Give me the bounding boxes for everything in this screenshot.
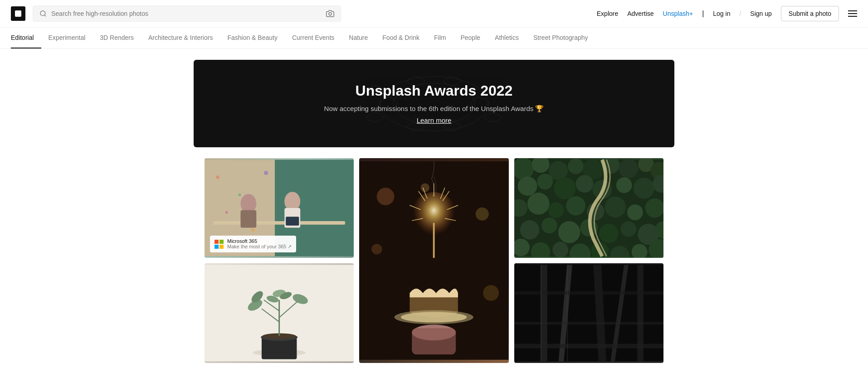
svg-rect-42 bbox=[412, 328, 456, 354]
advertise-link[interactable]: Advertise bbox=[627, 10, 653, 17]
svg-point-7 bbox=[216, 175, 219, 179]
svg-point-69 bbox=[520, 220, 539, 240]
svg-rect-36 bbox=[433, 223, 435, 258]
svg-point-56 bbox=[575, 175, 593, 193]
search-icon bbox=[39, 10, 47, 17]
search-input[interactable] bbox=[51, 10, 322, 17]
svg-rect-109 bbox=[541, 265, 541, 361]
svg-rect-107 bbox=[514, 322, 663, 324]
banner-title: Unsplash Awards 2022 bbox=[212, 82, 656, 99]
svg-point-21 bbox=[377, 188, 395, 205]
svg-point-54 bbox=[537, 174, 553, 189]
submit-photo-button[interactable]: Submit a photo bbox=[781, 6, 839, 21]
photo-grid: Microsoft 365 Make the most of your 365 … bbox=[194, 158, 674, 363]
search-bar bbox=[33, 5, 341, 22]
svg-point-62 bbox=[527, 193, 549, 214]
photo-item[interactable] bbox=[514, 158, 663, 258]
svg-point-24 bbox=[483, 285, 499, 301]
login-link[interactable]: Log in bbox=[713, 10, 730, 17]
unsplash-logo[interactable] bbox=[11, 6, 25, 21]
cat-nav-item-film[interactable]: Film bbox=[427, 28, 453, 48]
svg-point-0 bbox=[40, 11, 45, 16]
svg-point-59 bbox=[633, 178, 654, 198]
svg-point-9 bbox=[264, 171, 268, 175]
camera-icon[interactable] bbox=[326, 10, 334, 18]
cat-nav-item-food-drink[interactable]: Food & Drink bbox=[375, 28, 427, 48]
cat-nav-item-3d-renders[interactable]: 3D Renders bbox=[93, 28, 141, 48]
svg-point-58 bbox=[616, 177, 632, 193]
microsoft-logo bbox=[215, 240, 224, 249]
cat-nav-item-street-photography[interactable]: Street Photography bbox=[526, 28, 595, 48]
ms-tagline: Make the most of your 365 ↗ bbox=[227, 244, 292, 250]
photo-illustration bbox=[514, 263, 663, 363]
banner-subtitle: Now accepting submissions to the 6th edi… bbox=[212, 105, 656, 113]
ms-name: Microsoft 365 bbox=[227, 238, 292, 244]
cat-nav-item-architecture[interactable]: Architecture & Interiors bbox=[141, 28, 220, 48]
svg-rect-19 bbox=[286, 217, 299, 225]
cat-nav-item-current-events[interactable]: Current Events bbox=[285, 28, 341, 48]
photo-illustration bbox=[514, 158, 663, 258]
svg-point-68 bbox=[645, 198, 663, 218]
svg-point-53 bbox=[517, 176, 537, 196]
svg-point-22 bbox=[476, 208, 489, 221]
svg-point-67 bbox=[627, 204, 643, 220]
microsoft-sponsor-badge[interactable]: Microsoft 365 Make the most of your 365 … bbox=[210, 236, 296, 252]
svg-rect-106 bbox=[514, 291, 663, 295]
photo-item[interactable]: Microsoft 365 Make the most of your 365 … bbox=[205, 158, 354, 258]
svg-point-8 bbox=[239, 193, 241, 196]
svg-point-10 bbox=[225, 211, 228, 214]
hamburger-menu[interactable] bbox=[848, 10, 857, 17]
svg-rect-12 bbox=[213, 221, 345, 225]
svg-point-71 bbox=[558, 221, 580, 243]
svg-rect-16 bbox=[240, 210, 256, 228]
header: Explore Advertise Unsplash+ | Log in / S… bbox=[0, 0, 868, 28]
banner-background bbox=[194, 60, 674, 147]
cat-nav-item-fashion[interactable]: Fashion & Beauty bbox=[220, 28, 285, 48]
svg-line-1 bbox=[44, 15, 46, 16]
learn-more-link[interactable]: Learn more bbox=[417, 116, 452, 124]
explore-link[interactable]: Explore bbox=[597, 10, 618, 17]
svg-point-70 bbox=[541, 218, 557, 233]
svg-point-2 bbox=[329, 13, 332, 15]
nav-separator: / bbox=[739, 10, 741, 17]
nav-divider: | bbox=[702, 10, 704, 18]
awards-banner: Unsplash Awards 2022 Now accepting submi… bbox=[194, 60, 674, 147]
cat-nav-item-people[interactable]: People bbox=[453, 28, 488, 48]
category-nav: EditorialExperimental3D RendersArchitect… bbox=[0, 28, 868, 49]
svg-point-47 bbox=[568, 159, 584, 174]
cat-nav-item-editorial[interactable]: Editorial bbox=[11, 28, 41, 48]
svg-point-79 bbox=[552, 242, 568, 258]
photo-illustration bbox=[205, 263, 354, 363]
cat-nav-item-athletics[interactable]: Athletics bbox=[488, 28, 526, 48]
svg-point-66 bbox=[605, 197, 625, 218]
svg-point-74 bbox=[620, 221, 636, 237]
cat-nav-item-experimental[interactable]: Experimental bbox=[41, 28, 93, 48]
svg-point-25 bbox=[421, 184, 429, 192]
photo-item[interactable] bbox=[514, 263, 663, 363]
photo-item[interactable] bbox=[205, 263, 354, 363]
svg-rect-108 bbox=[514, 344, 663, 348]
svg-point-23 bbox=[371, 244, 382, 254]
photo-illustration bbox=[359, 158, 508, 363]
svg-point-11 bbox=[251, 228, 255, 232]
svg-point-40 bbox=[395, 310, 473, 324]
unsplash-plus-link[interactable]: Unsplash+ bbox=[663, 10, 693, 17]
svg-point-64 bbox=[566, 196, 585, 216]
cat-nav-item-nature[interactable]: Nature bbox=[341, 28, 375, 48]
svg-point-50 bbox=[619, 159, 638, 179]
signup-link[interactable]: Sign up bbox=[750, 10, 771, 17]
photo-item[interactable] bbox=[359, 158, 508, 363]
svg-point-63 bbox=[548, 202, 564, 218]
svg-rect-110 bbox=[567, 265, 568, 361]
svg-point-55 bbox=[554, 177, 575, 199]
main-nav: Explore Advertise Unsplash+ | Log in / S… bbox=[597, 6, 857, 21]
svg-point-73 bbox=[599, 224, 619, 243]
ms-badge-info: Microsoft 365 Make the most of your 365 … bbox=[227, 238, 292, 250]
